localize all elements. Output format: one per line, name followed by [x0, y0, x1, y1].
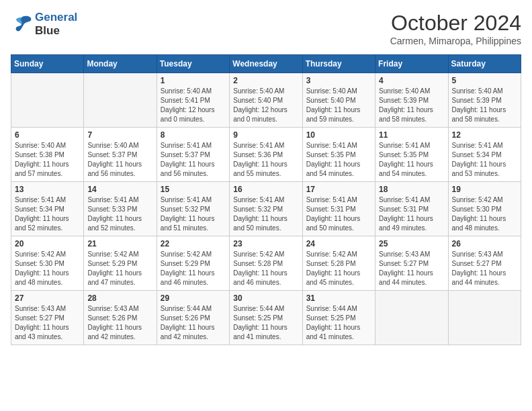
day-info: Sunrise: 5:41 AM Sunset: 5:34 PM Dayligh… — [15, 195, 80, 233]
month-title: October 2024 — [390, 11, 521, 36]
calendar-week-row: 27Sunrise: 5:43 AM Sunset: 5:27 PM Dayli… — [11, 291, 521, 345]
day-info: Sunrise: 5:42 AM Sunset: 5:29 PM Dayligh… — [161, 250, 226, 287]
day-number: 16 — [233, 185, 298, 194]
calendar-day-cell: 9Sunrise: 5:41 AM Sunset: 5:36 PM Daylig… — [230, 128, 302, 182]
day-info: Sunrise: 5:41 AM Sunset: 5:35 PM Dayligh… — [306, 141, 371, 179]
day-number: 30 — [233, 293, 298, 303]
col-friday: Friday — [375, 55, 448, 73]
calendar-week-row: 6Sunrise: 5:40 AM Sunset: 5:38 PM Daylig… — [11, 128, 521, 182]
col-wednesday: Wednesday — [230, 55, 302, 73]
day-number: 14 — [87, 185, 152, 194]
day-number: 28 — [87, 293, 152, 303]
day-info: Sunrise: 5:40 AM Sunset: 5:38 PM Dayligh… — [15, 141, 80, 179]
day-number: 9 — [233, 130, 298, 140]
day-number: 18 — [379, 185, 444, 194]
day-number: 6 — [15, 130, 80, 140]
day-number: 26 — [452, 239, 517, 248]
day-info: Sunrise: 5:43 AM Sunset: 5:27 PM Dayligh… — [379, 250, 444, 287]
calendar-table: Sunday Monday Tuesday Wednesday Thursday… — [11, 54, 521, 345]
day-info: Sunrise: 5:41 AM Sunset: 5:32 PM Dayligh… — [161, 195, 226, 233]
calendar-week-row: 1Sunrise: 5:40 AM Sunset: 5:41 PM Daylig… — [11, 73, 521, 128]
day-number: 29 — [161, 293, 226, 303]
day-info: Sunrise: 5:42 AM Sunset: 5:28 PM Dayligh… — [233, 250, 298, 287]
calendar-week-row: 13Sunrise: 5:41 AM Sunset: 5:34 PM Dayli… — [11, 182, 521, 236]
day-number: 15 — [161, 185, 226, 194]
calendar-day-cell: 18Sunrise: 5:41 AM Sunset: 5:31 PM Dayli… — [375, 182, 448, 236]
col-thursday: Thursday — [302, 55, 375, 73]
day-info: Sunrise: 5:44 AM Sunset: 5:25 PM Dayligh… — [306, 304, 371, 342]
calendar-day-cell: 30Sunrise: 5:44 AM Sunset: 5:25 PM Dayli… — [230, 291, 302, 345]
calendar-day-cell: 24Sunrise: 5:42 AM Sunset: 5:28 PM Dayli… — [302, 236, 375, 291]
calendar-day-cell: 6Sunrise: 5:40 AM Sunset: 5:38 PM Daylig… — [11, 128, 84, 182]
calendar-day-cell: 25Sunrise: 5:43 AM Sunset: 5:27 PM Dayli… — [375, 236, 448, 291]
col-saturday: Saturday — [448, 55, 521, 73]
day-info: Sunrise: 5:44 AM Sunset: 5:26 PM Dayligh… — [161, 304, 226, 342]
day-info: Sunrise: 5:43 AM Sunset: 5:26 PM Dayligh… — [87, 304, 152, 342]
day-number: 12 — [452, 130, 517, 140]
day-info: Sunrise: 5:42 AM Sunset: 5:28 PM Dayligh… — [306, 250, 371, 287]
day-info: Sunrise: 5:41 AM Sunset: 5:37 PM Dayligh… — [161, 141, 226, 179]
calendar-day-cell: 26Sunrise: 5:43 AM Sunset: 5:27 PM Dayli… — [448, 236, 521, 291]
day-info: Sunrise: 5:41 AM Sunset: 5:31 PM Dayligh… — [379, 195, 444, 233]
day-number: 7 — [87, 130, 152, 140]
day-info: Sunrise: 5:40 AM Sunset: 5:39 PM Dayligh… — [452, 87, 517, 124]
day-info: Sunrise: 5:41 AM Sunset: 5:34 PM Dayligh… — [452, 141, 517, 179]
location-subtitle: Carmen, Mimaropa, Philippines — [390, 36, 521, 46]
calendar-day-cell: 16Sunrise: 5:41 AM Sunset: 5:32 PM Dayli… — [230, 182, 302, 236]
day-number: 11 — [379, 130, 444, 140]
day-number: 20 — [15, 239, 80, 248]
calendar-day-cell: 20Sunrise: 5:42 AM Sunset: 5:30 PM Dayli… — [11, 236, 84, 291]
calendar-day-cell: 21Sunrise: 5:42 AM Sunset: 5:29 PM Dayli… — [84, 236, 157, 291]
day-number: 5 — [452, 76, 517, 85]
calendar-day-cell: 31Sunrise: 5:44 AM Sunset: 5:25 PM Dayli… — [302, 291, 375, 345]
calendar-day-cell — [84, 73, 157, 128]
calendar-day-cell: 19Sunrise: 5:42 AM Sunset: 5:30 PM Dayli… — [448, 182, 521, 236]
day-info: Sunrise: 5:40 AM Sunset: 5:41 PM Dayligh… — [161, 87, 226, 124]
day-info: Sunrise: 5:40 AM Sunset: 5:39 PM Dayligh… — [379, 87, 444, 124]
calendar-day-cell: 11Sunrise: 5:41 AM Sunset: 5:35 PM Dayli… — [375, 128, 448, 182]
calendar-day-cell: 23Sunrise: 5:42 AM Sunset: 5:28 PM Dayli… — [230, 236, 302, 291]
calendar-day-cell: 14Sunrise: 5:41 AM Sunset: 5:33 PM Dayli… — [84, 182, 157, 236]
calendar-day-cell: 1Sunrise: 5:40 AM Sunset: 5:41 PM Daylig… — [157, 73, 229, 128]
calendar-day-cell: 4Sunrise: 5:40 AM Sunset: 5:39 PM Daylig… — [375, 73, 448, 128]
day-info: Sunrise: 5:44 AM Sunset: 5:25 PM Dayligh… — [233, 304, 298, 342]
day-number: 31 — [306, 293, 371, 303]
logo: General Blue — [11, 11, 77, 38]
day-number: 22 — [161, 239, 226, 248]
calendar-day-cell — [11, 73, 84, 128]
calendar-day-cell: 27Sunrise: 5:43 AM Sunset: 5:27 PM Dayli… — [11, 291, 84, 345]
day-number: 1 — [161, 76, 226, 85]
col-tuesday: Tuesday — [157, 55, 229, 73]
logo-icon — [11, 15, 32, 34]
day-info: Sunrise: 5:41 AM Sunset: 5:36 PM Dayligh… — [233, 141, 298, 179]
calendar-day-cell: 8Sunrise: 5:41 AM Sunset: 5:37 PM Daylig… — [157, 128, 229, 182]
calendar-day-cell: 2Sunrise: 5:40 AM Sunset: 5:40 PM Daylig… — [230, 73, 302, 128]
day-number: 23 — [233, 239, 298, 248]
day-number: 17 — [306, 185, 371, 194]
calendar-day-cell: 22Sunrise: 5:42 AM Sunset: 5:29 PM Dayli… — [157, 236, 229, 291]
day-info: Sunrise: 5:40 AM Sunset: 5:37 PM Dayligh… — [87, 141, 152, 179]
day-number: 10 — [306, 130, 371, 140]
day-info: Sunrise: 5:41 AM Sunset: 5:35 PM Dayligh… — [379, 141, 444, 179]
day-number: 27 — [15, 293, 80, 303]
col-sunday: Sunday — [11, 55, 84, 73]
day-number: 25 — [379, 239, 444, 248]
day-info: Sunrise: 5:41 AM Sunset: 5:31 PM Dayligh… — [306, 195, 371, 233]
calendar-day-cell: 17Sunrise: 5:41 AM Sunset: 5:31 PM Dayli… — [302, 182, 375, 236]
calendar-header-row: Sunday Monday Tuesday Wednesday Thursday… — [11, 55, 521, 73]
day-number: 13 — [15, 185, 80, 194]
calendar-week-row: 20Sunrise: 5:42 AM Sunset: 5:30 PM Dayli… — [11, 236, 521, 291]
day-info: Sunrise: 5:42 AM Sunset: 5:29 PM Dayligh… — [87, 250, 152, 287]
day-info: Sunrise: 5:40 AM Sunset: 5:40 PM Dayligh… — [306, 87, 371, 124]
page-header: General Blue October 2024 Carmen, Mimaro… — [11, 11, 521, 46]
calendar-day-cell: 13Sunrise: 5:41 AM Sunset: 5:34 PM Dayli… — [11, 182, 84, 236]
day-number: 4 — [379, 76, 444, 85]
calendar-day-cell — [375, 291, 448, 345]
day-info: Sunrise: 5:40 AM Sunset: 5:40 PM Dayligh… — [233, 87, 298, 124]
calendar-day-cell: 28Sunrise: 5:43 AM Sunset: 5:26 PM Dayli… — [84, 291, 157, 345]
calendar-day-cell: 15Sunrise: 5:41 AM Sunset: 5:32 PM Dayli… — [157, 182, 229, 236]
calendar-day-cell — [448, 291, 521, 345]
day-info: Sunrise: 5:41 AM Sunset: 5:33 PM Dayligh… — [87, 195, 152, 233]
day-info: Sunrise: 5:43 AM Sunset: 5:27 PM Dayligh… — [15, 304, 80, 342]
col-monday: Monday — [84, 55, 157, 73]
